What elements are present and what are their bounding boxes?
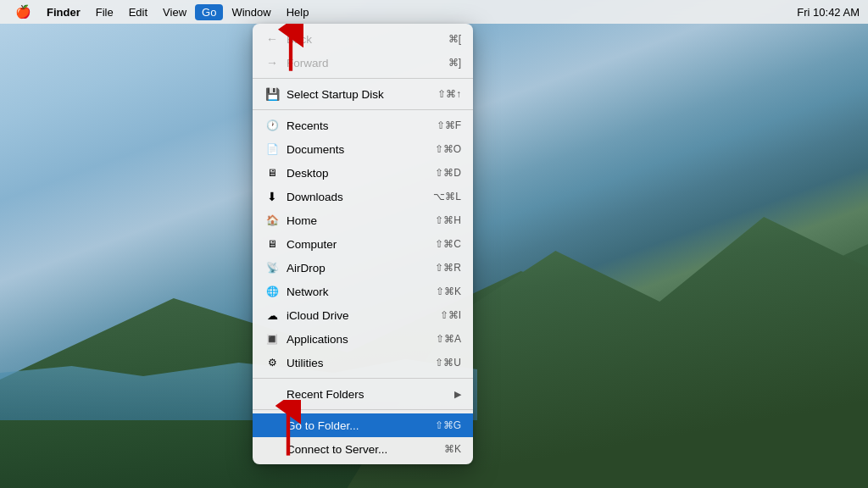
menu-bar: 🍎 Finder File Edit View Go Window Help F… bbox=[0, 0, 868, 24]
separator-3 bbox=[253, 378, 473, 379]
menu-item-connect-server[interactable]: Connect to Server... ⌘K bbox=[253, 437, 473, 461]
menu-item-forward-label: Forward bbox=[287, 57, 329, 69]
menubar-right-items: Fri 10:42 AM bbox=[797, 6, 860, 19]
home-icon: 🏠 bbox=[264, 213, 280, 228]
finder-menu[interactable]: Finder bbox=[40, 4, 87, 20]
utilities-icon: ⚙ bbox=[264, 355, 280, 370]
menu-item-startup-label: Select Startup Disk bbox=[287, 88, 384, 101]
menu-item-applications[interactable]: 🔳 Applications ⇧⌘A bbox=[253, 327, 473, 351]
separator-4 bbox=[253, 409, 473, 410]
go-to-folder-icon bbox=[264, 418, 280, 433]
menu-item-home[interactable]: 🏠 Home ⇧⌘H bbox=[253, 208, 473, 232]
go-menu[interactable]: Go bbox=[195, 4, 223, 20]
menu-item-forward-shortcut: ⌘] bbox=[448, 57, 461, 69]
menu-item-applications-label: Applications bbox=[287, 333, 348, 346]
airdrop-icon: 📡 bbox=[264, 260, 280, 275]
menu-item-startup-shortcut: ⇧⌘↑ bbox=[437, 88, 461, 100]
desktop-icon: 🖥 bbox=[264, 165, 280, 180]
connect-server-icon bbox=[264, 441, 280, 457]
menu-item-applications-shortcut: ⇧⌘A bbox=[436, 333, 461, 345]
menu-item-forward[interactable]: → Forward ⌘] bbox=[253, 51, 473, 75]
menu-item-airdrop-label: AirDrop bbox=[287, 262, 326, 274]
menu-item-recent-folders[interactable]: Recent Folders ▶ bbox=[253, 382, 473, 406]
menu-item-network[interactable]: 🌐 Network ⇧⌘K bbox=[253, 280, 473, 303]
menu-item-connect-server-shortcut: ⌘K bbox=[444, 443, 461, 455]
menu-item-airdrop[interactable]: 📡 AirDrop ⇧⌘R bbox=[253, 256, 473, 280]
menu-item-home-shortcut: ⇧⌘H bbox=[435, 214, 461, 226]
menu-item-computer-label: Computer bbox=[287, 238, 337, 251]
recent-folders-icon bbox=[264, 386, 280, 402]
window-menu[interactable]: Window bbox=[225, 4, 277, 20]
icloud-icon: ☁ bbox=[264, 308, 280, 323]
menu-item-network-label: Network bbox=[287, 286, 329, 298]
menu-item-recents[interactable]: 🕐 Recents ⇧⌘F bbox=[253, 114, 473, 137]
forward-icon: → bbox=[264, 55, 280, 70]
startup-disk-icon: 💾 bbox=[264, 86, 280, 102]
menu-item-icloud[interactable]: ☁ iCloud Drive ⇧⌘I bbox=[253, 303, 473, 327]
menu-item-icloud-label: iCloud Drive bbox=[287, 309, 349, 322]
menu-item-downloads-shortcut: ⌥⌘L bbox=[433, 191, 461, 202]
menu-item-go-to-folder-label: Go to Folder... bbox=[287, 419, 359, 432]
menu-item-go-to-folder[interactable]: Go to Folder... ⇧⌘G bbox=[253, 413, 473, 437]
menu-item-computer-shortcut: ⇧⌘C bbox=[435, 238, 461, 250]
documents-icon: 📄 bbox=[264, 141, 280, 157]
menu-item-utilities[interactable]: ⚙ Utilities ⇧⌘U bbox=[253, 351, 473, 374]
edit-menu[interactable]: Edit bbox=[122, 4, 154, 20]
go-dropdown-menu: ← Back ⌘[ → Forward ⌘] 💾 Select Startup … bbox=[253, 24, 473, 464]
computer-icon: 🖥 bbox=[264, 236, 280, 252]
menu-item-documents-shortcut: ⇧⌘O bbox=[435, 143, 461, 155]
menu-item-recents-label: Recents bbox=[287, 119, 329, 132]
menu-item-network-shortcut: ⇧⌘K bbox=[436, 286, 461, 297]
menu-item-downloads[interactable]: ⬇ Downloads ⌥⌘L bbox=[253, 185, 473, 208]
separator-1 bbox=[253, 78, 473, 79]
menu-item-documents[interactable]: 📄 Documents ⇧⌘O bbox=[253, 137, 473, 161]
network-icon: 🌐 bbox=[264, 284, 280, 299]
menu-item-utilities-label: Utilities bbox=[287, 357, 324, 369]
menu-item-go-to-folder-shortcut: ⇧⌘G bbox=[435, 419, 461, 431]
menu-item-icloud-shortcut: ⇧⌘I bbox=[440, 309, 461, 321]
menu-item-startup-disk[interactable]: 💾 Select Startup Disk ⇧⌘↑ bbox=[253, 82, 473, 106]
downloads-icon: ⬇ bbox=[264, 189, 280, 204]
menu-item-home-label: Home bbox=[287, 214, 317, 227]
menu-item-airdrop-shortcut: ⇧⌘R bbox=[435, 262, 461, 274]
menu-item-recent-folders-label: Recent Folders bbox=[287, 388, 364, 401]
menu-item-recents-shortcut: ⇧⌘F bbox=[437, 119, 461, 131]
menu-item-desktop[interactable]: 🖥 Desktop ⇧⌘D bbox=[253, 161, 473, 185]
menu-item-recent-folders-arrow: ▶ bbox=[454, 389, 461, 400]
menu-item-downloads-label: Downloads bbox=[287, 191, 343, 203]
help-menu[interactable]: Help bbox=[280, 4, 316, 20]
back-icon: ← bbox=[264, 31, 280, 47]
menu-item-documents-label: Documents bbox=[287, 143, 344, 156]
menu-item-utilities-shortcut: ⇧⌘U bbox=[435, 357, 461, 369]
menubar-clock: Fri 10:42 AM bbox=[797, 6, 860, 19]
view-menu[interactable]: View bbox=[156, 4, 193, 20]
menu-item-back-label: Back bbox=[287, 33, 312, 46]
recents-icon: 🕐 bbox=[264, 118, 280, 133]
file-menu[interactable]: File bbox=[89, 4, 120, 20]
menu-item-back[interactable]: ← Back ⌘[ bbox=[253, 27, 473, 51]
separator-2 bbox=[253, 109, 473, 110]
menu-item-desktop-label: Desktop bbox=[287, 167, 329, 180]
menu-item-desktop-shortcut: ⇧⌘D bbox=[435, 167, 461, 179]
menu-item-computer[interactable]: 🖥 Computer ⇧⌘C bbox=[253, 232, 473, 256]
menu-item-back-shortcut: ⌘[ bbox=[448, 33, 461, 45]
applications-icon: 🔳 bbox=[264, 331, 280, 347]
apple-menu[interactable]: 🍎 bbox=[8, 4, 38, 19]
menu-item-connect-server-label: Connect to Server... bbox=[287, 443, 387, 456]
